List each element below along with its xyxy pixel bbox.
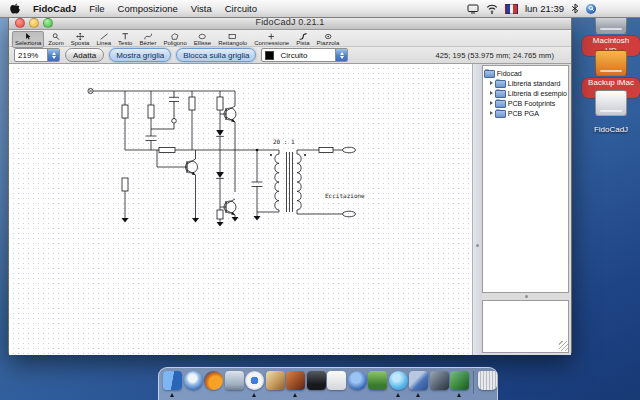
junction-circle xyxy=(172,119,177,124)
layer-name: Circuito xyxy=(277,51,335,60)
tree-root[interactable]: Fidocad xyxy=(484,68,567,78)
dock-icon-grab[interactable] xyxy=(430,371,449,390)
dock-icon-system-box[interactable] xyxy=(327,371,346,390)
menu-bar: FidoCadJ File Composizione Vista Circuit… xyxy=(0,0,640,18)
zoom-window-button[interactable] xyxy=(43,18,53,28)
tool-testo[interactable]: Testo xyxy=(115,31,135,48)
disclosure-triangle-icon[interactable] xyxy=(490,91,493,95)
apple-menu-icon[interactable] xyxy=(10,3,20,14)
zoom-level-value: 219% xyxy=(15,51,47,60)
library-sidebar: Fidocad Libreria standard Libreria di es… xyxy=(482,64,571,355)
tool-rettangolo[interactable]: Rettangolo xyxy=(215,31,250,48)
ground-symbol xyxy=(122,216,261,227)
transistor-q1 xyxy=(186,159,198,175)
dock-icon-itunes[interactable] xyxy=(245,371,264,390)
tool-zoom[interactable]: Zoom xyxy=(45,31,66,48)
dock-icon-safari[interactable] xyxy=(184,371,203,390)
tools-toolbar: Seleziona Zoom Sposta Linea Testo Bézier xyxy=(9,30,571,47)
tree-item-libreria-di-esempio[interactable]: Libreria di esempio xyxy=(484,88,567,98)
options-toolbar: 219% Adatta Mostra griglia Blocca sulla … xyxy=(9,47,571,64)
tool-linea[interactable]: Linea xyxy=(93,31,114,48)
tool-pista[interactable]: Pista xyxy=(293,31,312,48)
external-drive-icon xyxy=(595,50,627,76)
folder-icon xyxy=(495,90,506,98)
polygon-icon xyxy=(171,33,179,40)
layer-color-swatch xyxy=(265,51,274,60)
menu-app[interactable]: FidoCadJ xyxy=(33,3,76,14)
fit-button[interactable]: Adatta xyxy=(65,48,104,62)
magnifier-icon xyxy=(52,33,60,40)
library-preview-pane xyxy=(482,300,569,353)
tool-ellisse[interactable]: Ellisse xyxy=(191,31,214,48)
dock-icon-cards[interactable] xyxy=(450,371,469,390)
tool-sposta[interactable]: Sposta xyxy=(68,31,93,48)
minimize-button[interactable] xyxy=(29,18,39,28)
connection-icon xyxy=(267,33,275,40)
ellipse-icon xyxy=(198,33,206,40)
track-icon xyxy=(299,33,307,40)
dock-separator xyxy=(473,371,474,394)
tool-bezier[interactable]: Bézier xyxy=(136,31,159,48)
layer-stepper[interactable] xyxy=(335,49,347,61)
library-tree[interactable]: Fidocad Libreria standard Libreria di es… xyxy=(482,65,569,293)
menu-vista[interactable]: Vista xyxy=(191,3,212,14)
dock-icon-firefox[interactable] xyxy=(204,371,223,390)
zoom-level-combo[interactable]: 219% xyxy=(14,48,60,62)
dock-icon-game[interactable] xyxy=(368,371,387,390)
dock-icon-dvd-player[interactable] xyxy=(307,371,326,390)
dock-icon-garageband[interactable] xyxy=(286,371,305,390)
bluetooth-menu-icon[interactable] xyxy=(571,3,579,14)
wifi-menu-icon[interactable] xyxy=(486,4,498,14)
cursor-icon xyxy=(24,33,32,40)
transformer xyxy=(270,152,306,212)
dock-icon-trash[interactable] xyxy=(478,371,497,390)
keyboard-layout-flag-icon[interactable] xyxy=(505,4,518,14)
show-grid-toggle[interactable]: Mostra griglia xyxy=(109,48,171,62)
folder-icon xyxy=(495,80,506,88)
tool-connessione[interactable]: Connessione xyxy=(251,31,292,48)
tree-item-pcb-pga[interactable]: PCB PGA xyxy=(484,108,567,118)
close-button[interactable] xyxy=(15,18,25,28)
menu-clock[interactable]: lun 21:39 xyxy=(525,3,564,14)
dock-icon-xcode[interactable] xyxy=(409,371,428,390)
text-icon xyxy=(121,33,129,40)
tree-item-libreria-standard[interactable]: Libreria standard xyxy=(484,78,567,88)
horizontal-splitter[interactable] xyxy=(482,293,569,300)
desktop-icon-fidocadj[interactable]: FidoCadJ xyxy=(582,90,640,136)
displays-menu-icon[interactable] xyxy=(467,4,479,14)
input-terminal xyxy=(88,88,93,93)
disclosure-triangle-icon[interactable] xyxy=(490,111,493,115)
dock-icon-preview[interactable] xyxy=(225,371,244,390)
dock-icon-finder[interactable] xyxy=(163,371,182,390)
spotlight-icon[interactable] xyxy=(586,4,596,14)
disclosure-triangle-icon[interactable] xyxy=(490,81,493,85)
window-resize-grip[interactable] xyxy=(559,341,569,351)
drawing-canvas[interactable]: 20 : 1 Eccitazione xyxy=(9,64,473,355)
tree-item-pcb-footprints[interactable]: PCB Footprints xyxy=(484,98,567,108)
vertical-splitter[interactable] xyxy=(473,64,482,355)
folder-icon xyxy=(495,110,506,118)
window-title: FidoCadJ 0.21.1 xyxy=(255,17,324,27)
winding-label: Eccitazione xyxy=(325,192,365,199)
menu-circuito[interactable]: Circuito xyxy=(225,3,257,14)
dock-icon-skype[interactable] xyxy=(389,371,408,390)
menu-file[interactable]: File xyxy=(89,3,104,14)
dock-icon-quicktime[interactable] xyxy=(348,371,367,390)
tool-poligono[interactable]: Poligono xyxy=(160,31,189,48)
snap-grid-toggle[interactable]: Blocca sulla griglia xyxy=(176,48,256,62)
zoom-stepper[interactable] xyxy=(47,49,59,61)
layer-combo[interactable]: Circuito xyxy=(261,48,348,62)
output-terminal xyxy=(343,147,356,217)
tool-piazzola[interactable]: Piazzola xyxy=(314,31,343,48)
line-icon xyxy=(100,33,108,40)
transformer-ratio-label: 20 : 1 xyxy=(273,138,295,145)
transistor-q2 xyxy=(224,199,236,215)
menu-composizione[interactable]: Composizione xyxy=(118,3,178,14)
capacitor xyxy=(146,97,263,186)
rectangle-icon xyxy=(228,33,236,40)
desktop: FidoCadJ File Composizione Vista Circuit… xyxy=(0,0,640,400)
disclosure-triangle-icon[interactable] xyxy=(490,101,493,105)
tool-seleziona[interactable]: Seleziona xyxy=(12,31,44,48)
disk-image-icon xyxy=(595,90,627,116)
dock-icon-iphoto[interactable] xyxy=(266,371,285,390)
